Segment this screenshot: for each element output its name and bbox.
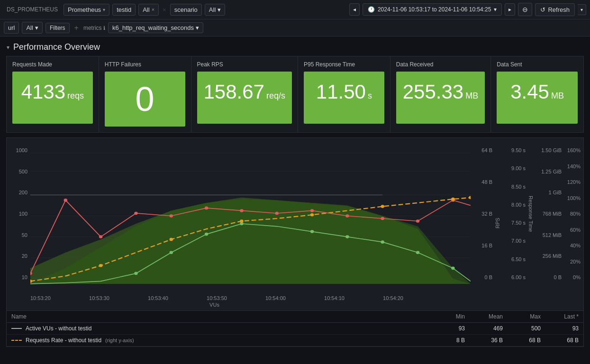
tag-testid[interactable]: testid <box>112 4 136 16</box>
refresh-icon: ↺ <box>540 6 545 13</box>
stat-card-requests-made: Requests Made 4133 reqs <box>7 56 99 132</box>
time-range-bar: ◂ 🕐 2024-11-06 10:53:17 to 2024-11-06 10… <box>349 3 586 16</box>
stat-value-area-requests-made: 4133 reqs <box>12 72 93 124</box>
stat-label-p95-response: P95 Response Time <box>304 61 384 68</box>
svg-point-25 <box>170 251 173 254</box>
svg-point-30 <box>381 240 384 244</box>
metrics-label: metrics ℹ <box>83 25 105 31</box>
legend-col-min: Min <box>427 313 465 320</box>
stat-label-peak-rps: Peak RPS <box>197 61 292 68</box>
svg-point-31 <box>416 251 419 254</box>
stat-value-requests-made: 4133 <box>21 82 65 102</box>
stat-unit-requests-made: reqs <box>67 91 84 101</box>
x-axis-title: VUs <box>7 301 583 310</box>
add-filter-button[interactable]: + <box>73 23 81 33</box>
legend-label-requests-rate: Requests Rate - without testid <box>26 337 101 344</box>
svg-point-37 <box>310 213 314 217</box>
stat-unit-data-sent: MB <box>551 91 564 101</box>
clock-icon: 🕐 <box>368 6 375 13</box>
datasource-chevron-icon: ▾ <box>103 7 105 12</box>
legend-mean-active-vus: 469 <box>465 325 503 332</box>
y-axis-data: 1.50 GiB 1.25 GiB 1 GiB 768 MiB 512 MiB … <box>535 143 563 294</box>
svg-point-38 <box>381 205 384 208</box>
legend-table: Name Min Mean Max Last * Active VUs - wi… <box>6 311 584 347</box>
svg-point-14 <box>134 212 137 215</box>
url-all-chevron-icon: ▾ <box>35 24 38 31</box>
ds-label: DS_PROMETHEUS <box>4 4 61 15</box>
filters-button[interactable]: Filters <box>45 23 70 33</box>
svg-point-12 <box>64 199 67 202</box>
svg-point-22 <box>416 219 419 223</box>
tag-all-1-close-icon[interactable]: × <box>152 7 154 12</box>
stat-unit-peak-rps: req/s <box>266 91 285 101</box>
stat-value-peak-rps: 158.67 <box>204 82 264 102</box>
stat-cards: Requests Made 4133 reqs HTTP Failures 0 … <box>6 56 584 133</box>
section-toggle-button[interactable]: ▾ <box>7 44 9 51</box>
stat-label-http-failures: HTTP Failures <box>105 61 185 68</box>
legend-min-active-vus: 93 <box>427 325 465 332</box>
stat-value-area-peak-rps: 158.67 req/s <box>197 72 292 124</box>
svg-point-19 <box>310 209 314 212</box>
tag-all-2-chevron-icon: ▾ <box>218 6 221 13</box>
legend-last-requests-rate: 68 B <box>541 337 579 344</box>
chart-svg <box>30 143 471 294</box>
stat-value-area-data-sent: 3.45 MB <box>497 72 578 124</box>
svg-point-26 <box>205 233 208 236</box>
stat-card-p95-response: P95 Response Time 11.50 s <box>298 56 390 132</box>
svg-point-17 <box>240 209 243 212</box>
y-axis-rps-label: RPS <box>493 143 502 294</box>
tag-all-2[interactable]: All ▾ <box>205 4 225 16</box>
separator-1: × <box>162 6 167 13</box>
stat-value-data-received: 255.33 <box>403 82 463 102</box>
refresh-button[interactable]: ↺ Refresh <box>535 3 575 16</box>
stat-value-area-p95-response: 11.50 s <box>304 72 384 124</box>
svg-point-20 <box>345 214 349 218</box>
filter-bar: url All ▾ Filters + metrics ℹ k6_http_re… <box>0 19 590 36</box>
svg-point-35 <box>170 238 173 241</box>
stat-value-area-data-received: 255.33 MB <box>396 72 485 124</box>
url-filter[interactable]: url <box>4 22 19 34</box>
stat-value-p95-response: 11.50 <box>316 82 366 102</box>
legend-line-dashed-icon <box>11 340 22 341</box>
top-bar: DS_PROMETHEUS Prometheus ▾ testid All × … <box>0 0 590 19</box>
time-next-button[interactable]: ▸ <box>505 3 515 16</box>
legend-min-requests-rate: 8 B <box>427 337 465 344</box>
y-axis-response: 9.50 s 9.00 s 8.50 s 8.00 s 7.50 s 7.00 … <box>502 143 526 294</box>
legend-col-name: Name <box>11 313 427 320</box>
stat-unit-data-received: MB <box>465 91 478 101</box>
legend-col-mean: Mean <box>465 313 503 320</box>
stat-value-area-http-failures: 0 <box>105 72 185 127</box>
tag-scenario[interactable]: scenario <box>170 4 202 16</box>
svg-point-34 <box>99 264 102 267</box>
svg-point-13 <box>99 235 102 238</box>
refresh-dropdown-button[interactable]: ▾ <box>578 4 586 15</box>
stat-card-peak-rps: Peak RPS 158.67 req/s <box>191 56 299 132</box>
svg-point-15 <box>170 214 173 218</box>
x-axis-labels: 10:53:20 10:53:30 10:53:40 10:53:50 10:5… <box>7 294 583 301</box>
section-header: ▾ Performance Overview <box>0 36 590 56</box>
url-all-filter[interactable]: All ▾ <box>22 22 42 34</box>
metrics-select[interactable]: k6_http_req_waiting_seconds ▾ <box>108 22 203 33</box>
zoom-out-button[interactable]: ⊖ <box>518 3 532 16</box>
svg-point-36 <box>240 219 243 223</box>
section-title: Performance Overview <box>13 42 100 52</box>
tag-all-1[interactable]: All × <box>138 4 159 16</box>
stat-card-data-sent: Data Sent 3.45 MB <box>491 56 583 132</box>
y-axis-pct: 160% 140% 120% 100% 80% 60% 40% 20% 0% <box>563 143 583 294</box>
legend-mean-requests-rate: 36 B <box>465 337 503 344</box>
y-axis-vus: 1000 500 200 100 50 20 10 <box>7 143 30 294</box>
time-range-display[interactable]: 🕐 2024-11-06 10:53:17 to 2024-11-06 10:5… <box>363 3 502 16</box>
svg-point-18 <box>275 212 279 215</box>
metrics-chevron-icon: ▾ <box>196 24 199 31</box>
metrics-info-icon[interactable]: ℹ <box>103 25 105 31</box>
stat-label-data-received: Data Received <box>396 61 485 68</box>
legend-note-requests-rate: (right y-axis) <box>105 337 134 343</box>
svg-point-24 <box>134 272 137 275</box>
legend-name-requests-rate: Requests Rate - without testid (right y-… <box>11 337 427 344</box>
datasource-value: Prometheus <box>68 6 101 13</box>
datasource-select[interactable]: Prometheus ▾ <box>64 4 109 16</box>
svg-point-16 <box>205 207 208 210</box>
time-prev-button[interactable]: ◂ <box>349 3 360 16</box>
stat-label-requests-made: Requests Made <box>12 61 93 68</box>
legend-line-solid-icon <box>11 328 22 329</box>
